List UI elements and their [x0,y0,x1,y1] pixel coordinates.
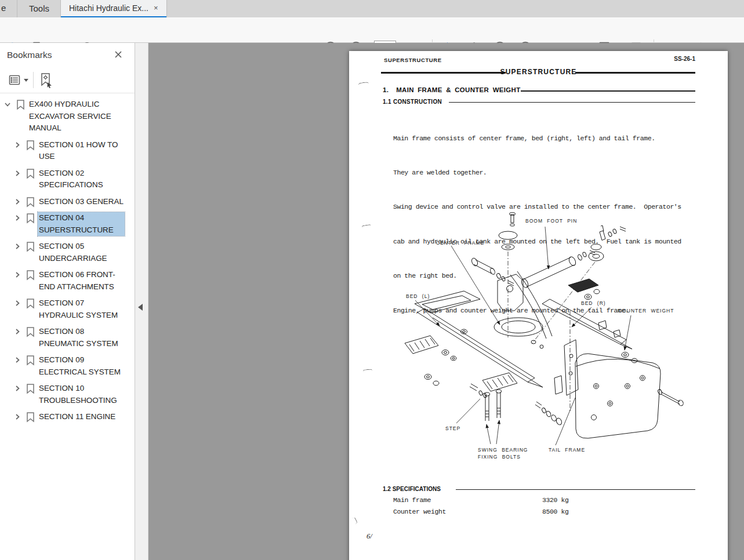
collapse-panel-icon[interactable] [138,304,143,311]
acrobat-window: e Tools Hitachi Hydraulic Ex... × [0,0,744,560]
new-bookmark-icon[interactable] [38,72,53,88]
bookmark-icon [26,168,35,179]
page-code: SS-26-1 [674,56,695,62]
section-heading: 1. MAIN FRAME & COUNTER WEIGHT [383,86,521,93]
chevron-right-icon[interactable] [13,328,21,336]
diagram-label-step: STEP [445,426,460,431]
scan-artifact [363,369,373,373]
close-icon[interactable] [114,50,123,59]
bookmark-label[interactable]: SECTION 01 HOW TO USE [39,139,126,163]
bookmark-label[interactable]: SECTION 06 FRONT-END ATTACHMENTS [39,269,126,293]
body-line: They are welded together. [393,167,681,179]
diagram-label-counter-weight: COUNTER WEIGHT [618,308,674,314]
bookmark-icon [26,197,35,208]
tab-home-partial[interactable]: e [1,3,6,13]
tab-close-icon[interactable]: × [154,5,161,12]
spec-value: 3320 kg [542,496,569,504]
bookmark-icon [26,213,35,224]
bookmarks-panel-title: Bookmarks [7,50,52,60]
panel-collapse-strip [135,43,148,560]
bookmark-item-selected[interactable]: SECTION 04 SUPERSTRUCTURE [0,212,132,236]
bookmark-label[interactable]: SECTION 05 UNDERCARRIAGE [39,241,126,264]
bookmark-icon [26,412,35,423]
bookmarks-panel: Bookmarks [0,43,135,560]
bookmark-icon [26,270,35,281]
tab-separator [166,0,167,17]
tab-document[interactable]: Hitachi Hydraulic Ex... × [61,0,166,17]
spec-label: Counter weight [393,508,446,515]
bookmark-label[interactable]: SECTION 09 ELECTRICAL SYSTEM [39,354,126,378]
tab-bar: e Tools Hitachi Hydraulic Ex... × [0,0,744,17]
body-line: Main frame consists of center frame, bed… [393,133,681,144]
heading-rule [449,102,695,103]
title-rule-right [575,72,695,74]
running-header: SUPERSTRUCTURE [384,57,442,63]
bookmark-item[interactable]: SECTION 06 FRONT-END ATTACHMENTS [0,269,132,293]
panel-divider [0,93,135,93]
chevron-right-icon[interactable] [13,271,21,279]
chevron-right-icon[interactable] [13,356,21,364]
bookmark-icon [26,140,35,151]
subsection-heading: 1.1 CONSTRUCTION [383,99,442,105]
diagram-label-fixing-bolts: FIXING BOLTS [478,454,521,460]
document-canvas[interactable]: SUPERSTRUCTURE SS-26-1 SUPERSTRUCTURE 1.… [148,43,744,560]
bookmark-item[interactable]: SECTION 03 GENERAL [0,196,132,208]
bookmarks-tree: EX400 HYDRAULIC EXCAVATOR SERVICE MANUAL… [0,99,132,560]
chevron-right-icon[interactable] [13,299,21,307]
chevron-right-icon[interactable] [13,214,21,222]
bookmark-item-root[interactable]: EX400 HYDRAULIC EXCAVATOR SERVICE MANUAL [0,99,132,134]
bookmark-label[interactable]: SECTION 11 ENGINE [39,411,126,423]
bookmark-item[interactable]: SECTION 08 PNEUMATIC SYSTEM [0,326,132,350]
scan-artifact [358,82,369,87]
bookmark-item[interactable]: SECTION 01 HOW TO USE [0,139,132,163]
bookmark-label[interactable]: SECTION 02 SPECIFICATIONS [39,168,126,191]
bookmark-label[interactable]: EX400 HYDRAULIC EXCAVATOR SERVICE MANUAL [29,99,117,134]
diagram-label-bed-l: BED (L) [406,293,430,299]
bookmark-item[interactable]: SECTION 10 TROUBLESHOOTING [0,383,132,406]
tab-document-label: Hitachi Hydraulic Ex... [69,3,148,13]
bookmark-label[interactable]: SECTION 10 TROUBLESHOOTING [39,383,126,406]
exploded-view-diagram: BOOM FOOT PIN CENTER FRAME BED (L) BED (… [394,211,687,473]
bookmark-item[interactable]: SECTION 09 ELECTRICAL SYSTEM [0,354,132,378]
bookmark-icon [16,99,26,110]
chevron-right-icon[interactable] [13,413,21,421]
spec-row: Counter weight 8500 kg [393,508,695,515]
bookmark-icon [26,326,35,337]
chevron-right-icon[interactable] [13,198,21,206]
bookmark-label[interactable]: SECTION 03 GENERAL [39,196,126,208]
options-list-icon[interactable] [8,73,21,87]
toolbar-divider [33,72,34,88]
diagram-label-boom-foot-pin: BOOM FOOT PIN [525,218,577,224]
chevron-right-icon[interactable] [13,169,21,177]
chevron-down-icon[interactable] [24,79,28,82]
diagram-label-center-frame: CENTER FRAME [436,240,484,246]
handwritten-page-mark: 6/ [366,532,372,541]
bookmark-icon [26,355,35,366]
chevron-right-icon[interactable] [13,141,21,149]
bookmark-icon [26,383,35,394]
chevron-down-icon[interactable] [3,100,12,108]
bookmark-icon [26,298,35,309]
spec-row: Main frame 3320 kg [393,496,695,504]
bookmarks-toolbar [0,71,135,93]
scan-artifact [350,517,358,525]
tab-tools[interactable]: Tools [17,0,61,17]
bookmark-item[interactable]: SECTION 05 UNDERCARRIAGE [0,241,132,264]
bookmark-label[interactable]: SECTION 07 HYDRAULIC SYSTEM [39,297,126,321]
bookmark-label[interactable]: SECTION 08 PNEUMATIC SYSTEM [39,326,126,350]
bookmark-label[interactable]: SECTION 04 SUPERSTRUCTURE [38,212,125,236]
chevron-right-icon[interactable] [13,242,21,250]
heading-rule [456,489,695,490]
diagram-label-swing-bearing: SWING BEARING [478,447,528,453]
diagram-label-tail-frame: TAIL FRAME [549,447,585,453]
spec-value: 8500 kg [542,508,569,515]
bookmark-icon [26,241,35,252]
bookmark-item[interactable]: SECTION 07 HYDRAULIC SYSTEM [0,297,132,321]
heading-rule [521,90,695,92]
bookmark-item[interactable]: SECTION 11 ENGINE [0,411,132,423]
scan-artifact [362,224,372,230]
specs-heading: 1.2 SPECIFICATIONS [383,486,441,492]
chevron-right-icon[interactable] [13,384,21,392]
diagram-label-bed-r: BED (R) [581,300,606,306]
bookmark-item[interactable]: SECTION 02 SPECIFICATIONS [0,168,132,191]
